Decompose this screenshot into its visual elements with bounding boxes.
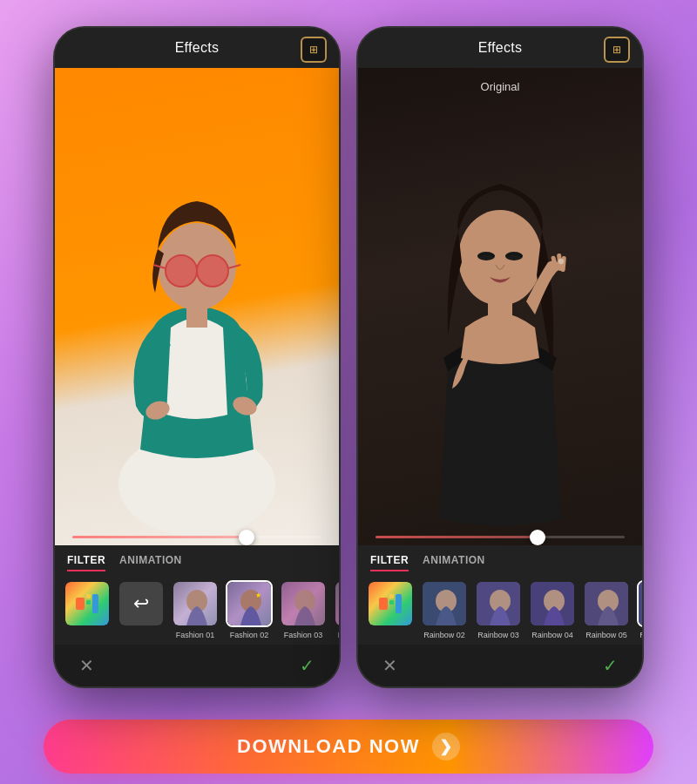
filter-thumb-icon xyxy=(64,580,111,627)
slider-left[interactable] xyxy=(72,536,321,538)
svg-point-26 xyxy=(505,252,523,260)
filter-item-fashion01[interactable]: Fashion 01 xyxy=(172,580,219,639)
compare-icon-left[interactable]: ⊞ xyxy=(301,37,327,63)
filter-thumb-reset: ↩ xyxy=(118,580,165,627)
original-label: Original xyxy=(481,80,520,93)
filter-thumb-fashion04 xyxy=(334,580,339,627)
filter-item-rainbow04[interactable]: Rainbow 04 xyxy=(529,580,576,639)
filter-thumb-fashion03 xyxy=(280,580,327,627)
confirm-btn-right[interactable]: ✓ xyxy=(603,655,618,676)
fashion02-label: Fashion 02 xyxy=(230,631,269,639)
tab-animation-left[interactable]: ANIMATION xyxy=(119,554,182,571)
filter-thumb-rainbow02 xyxy=(421,580,468,627)
svg-point-4 xyxy=(166,255,197,287)
filter-item-icon-right[interactable] xyxy=(367,580,414,639)
filter-item-rainbow02[interactable]: Rainbow 02 xyxy=(421,580,468,639)
filter-thumb-rainbow-icon xyxy=(367,580,414,627)
phone-bottom-left: ✕ ✓ xyxy=(55,645,339,686)
svg-rect-11 xyxy=(86,594,91,598)
svg-rect-27 xyxy=(379,598,388,610)
filter-thumb-rainbow05 xyxy=(583,580,630,627)
phone-right-header: Effects ⊞ xyxy=(358,28,642,68)
tab-filter-left[interactable]: FILTER xyxy=(67,554,105,571)
fashion01-label: Fashion 01 xyxy=(176,631,215,639)
svg-rect-28 xyxy=(389,594,394,598)
tab-animation-right[interactable]: ANIMATION xyxy=(423,554,485,571)
filter-item-fashion03[interactable]: Fashion 03 xyxy=(280,580,327,639)
cancel-btn-left[interactable]: ✕ xyxy=(79,655,94,676)
filter-tabs-right: FILTER ANIMATION xyxy=(358,554,642,571)
rainbow03-label: Rainbow 03 xyxy=(477,631,519,639)
phone-left: Effects ⊞ xyxy=(53,26,341,688)
filter-item-fashion04[interactable]: Fashion 04 xyxy=(334,580,339,639)
download-arrow-icon: ❯ xyxy=(432,733,460,760)
download-button[interactable]: DOWNLOAD NOW ❯ xyxy=(44,720,653,774)
rainbow06-label: Rainbow 06 xyxy=(639,631,642,639)
filter-tabs-left: FILTER ANIMATION xyxy=(55,554,339,571)
slider-progress-left xyxy=(72,536,247,538)
svg-rect-29 xyxy=(389,600,394,605)
svg-rect-13 xyxy=(92,594,98,613)
filter-item-icon-left[interactable] xyxy=(64,580,111,639)
rainbow02-label: Rainbow 02 xyxy=(423,631,465,639)
phone-left-header: Effects ⊞ xyxy=(55,28,339,68)
filter-thumb-fashion01 xyxy=(172,580,219,627)
filter-item-fashion02[interactable]: ★ Fashion 02 xyxy=(226,580,273,639)
rainbow05-label: Rainbow 05 xyxy=(585,631,627,639)
filter-item-reset-left[interactable]: ↩ xyxy=(118,580,165,639)
svg-rect-10 xyxy=(76,598,85,610)
filter-thumb-fashion02: ★ xyxy=(226,580,273,627)
fashion03-label: Fashion 03 xyxy=(284,631,323,639)
fashion-girl-left xyxy=(84,153,310,545)
filter-item-rainbow06[interactable]: Rainbow 06 xyxy=(637,580,642,639)
svg-point-20 xyxy=(458,210,542,306)
phone-right-image: Original xyxy=(358,68,642,545)
cancel-btn-right[interactable]: ✕ xyxy=(382,655,397,676)
filter-items-right: Rainbow 02 Rainbow 03 xyxy=(358,580,642,639)
slider-dot-right[interactable] xyxy=(530,530,545,545)
svg-rect-9 xyxy=(186,303,207,328)
svg-point-5 xyxy=(197,255,228,287)
filter-strip-right: FILTER ANIMATION xyxy=(358,545,642,645)
svg-point-25 xyxy=(477,252,495,260)
filter-item-rainbow05[interactable]: Rainbow 05 xyxy=(583,580,630,639)
phones-container: Effects ⊞ xyxy=(18,0,679,706)
filter-thumb-rainbow04 xyxy=(529,580,576,627)
phone-bottom-right: ✕ ✓ xyxy=(358,645,642,686)
filter-item-rainbow03[interactable]: Rainbow 03 xyxy=(475,580,522,639)
slider-progress-right xyxy=(376,536,538,538)
filter-thumb-rainbow06 xyxy=(637,580,642,627)
svg-text:★: ★ xyxy=(255,591,261,599)
filter-strip-left: FILTER ANIMATION xyxy=(55,545,339,645)
download-text: DOWNLOAD NOW xyxy=(237,735,420,758)
header-title-right: Effects xyxy=(478,40,523,55)
download-section: DOWNLOAD NOW ❯ xyxy=(0,706,697,784)
tab-filter-right[interactable]: FILTER xyxy=(370,554,409,571)
rainbow04-label: Rainbow 04 xyxy=(531,631,573,639)
filter-thumb-rainbow03 xyxy=(475,580,522,627)
slider-right[interactable] xyxy=(376,536,625,538)
svg-rect-12 xyxy=(86,600,91,605)
phone-right: Effects ⊞ Original xyxy=(356,26,644,688)
svg-rect-30 xyxy=(396,594,402,613)
slider-dot-left[interactable] xyxy=(239,530,254,545)
svg-rect-39 xyxy=(639,582,642,627)
svg-point-24 xyxy=(558,259,564,264)
fashion04-label: Fashion 04 xyxy=(338,631,339,639)
filter-items-left: ↩ Fashion 01 xyxy=(55,580,339,639)
compare-icon-right[interactable]: ⊞ xyxy=(604,37,630,63)
fashion-girl-right xyxy=(378,127,622,545)
header-title-left: Effects xyxy=(175,40,220,55)
confirm-btn-left[interactable]: ✓ xyxy=(300,655,315,676)
phone-left-image xyxy=(55,68,339,545)
